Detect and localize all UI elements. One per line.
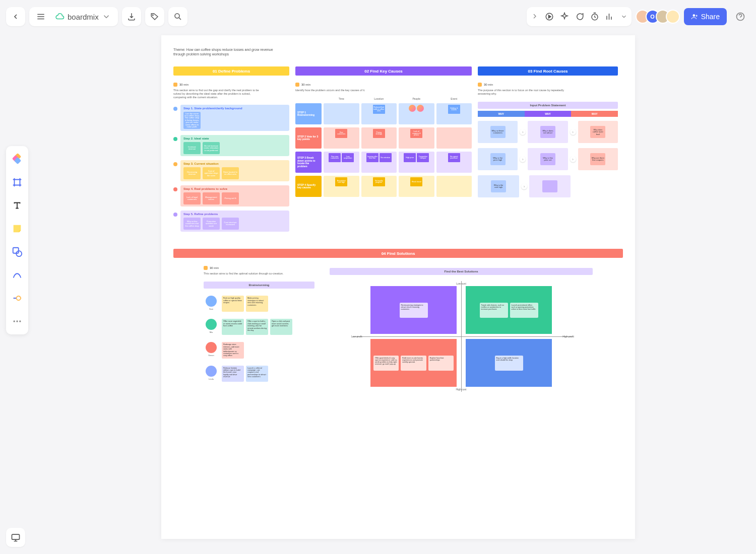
sticky-note[interactable]: Pricing strategy [373, 129, 385, 138]
sticky-note[interactable]: Do not increase costs; relocation is not… [203, 142, 220, 154]
sticky-note[interactable]: Lack of coupons & promo [410, 129, 422, 138]
s2-cell[interactable] [436, 176, 472, 197]
sticky-note[interactable]: Cost structure increased [222, 218, 239, 230]
sticky-note[interactable]: Find out high quality coffee or special … [222, 296, 244, 312]
s2-cell[interactable]: High priceCompetitor cheaper [399, 152, 434, 173]
s2-cell[interactable]: Pricing strategy [361, 127, 397, 149]
sticky-note[interactable]: No loyalty program [373, 177, 385, 186]
templates-tool[interactable] [10, 152, 24, 166]
sticky-note[interactable]: Offer good drinks & cozy spot as experie… [373, 356, 399, 371]
sparkle-icon[interactable] [560, 12, 569, 21]
why-box[interactable] [529, 175, 571, 197]
step-block[interactable]: Step 2. Ideal state Increase revenueDo n… [173, 135, 289, 156]
step-block[interactable]: Step 5. Refine problems Why so few custo… [173, 211, 289, 232]
file-title-group[interactable]: boardmix [29, 7, 118, 26]
sticky-note[interactable]: Build more on-site barista experiences a… [401, 356, 426, 371]
step-block[interactable]: Step 1. State problem/clarify background… [173, 105, 289, 131]
sticky-note[interactable]: Explore franchise partnerships [428, 356, 454, 371]
sticky-note[interactable]: Why does coffee taste bad [590, 126, 605, 138]
sticky-note[interactable]: Management issues [203, 192, 220, 204]
slides-button[interactable] [6, 528, 25, 547]
s2-cell[interactable]: No repeat purchase [436, 152, 472, 173]
sticky-note[interactable]: Offer more vegetable or sweet snacks asi… [222, 319, 244, 335]
sticky-note[interactable]: Cost of operation stays the same [203, 167, 220, 179]
chevron-right-icon[interactable] [531, 13, 539, 21]
sticky-tool[interactable] [10, 222, 24, 236]
sticky-note[interactable]: Decreasing revenue [183, 167, 201, 179]
timer-icon[interactable] [590, 12, 599, 21]
s2-cell[interactable]: Few customers [324, 127, 359, 149]
sticky-note[interactable]: Lack of loyal customers [183, 192, 201, 204]
step-block[interactable]: Step 3. Current situation Decreasing rev… [173, 160, 289, 181]
sticky-note[interactable]: Launch a referral campaign; use coupons … [246, 366, 268, 382]
s2-cell[interactable] [399, 103, 434, 124]
why-box[interactable]: Why is the price high [478, 148, 518, 170]
sticky-note[interactable] [542, 180, 557, 192]
sticky-note[interactable]: Tweak side choices, such as muffins or s… [480, 303, 508, 318]
s2-cell[interactable]: Reduced foot traffic in office area [361, 103, 397, 124]
sticky-note[interactable]: Why is the price high [490, 153, 506, 165]
why-box[interactable]: Why is this price set [528, 148, 568, 170]
canvas[interactable]: Theme: How can coffee shops reduce losse… [161, 35, 635, 539]
sticky-note[interactable]: Increase revenue [183, 142, 201, 154]
s2-cell[interactable] [436, 127, 472, 149]
sticky-note[interactable]: Store located in an office area [222, 167, 239, 179]
sticky-note[interactable]: No retention [380, 153, 392, 162]
help-button[interactable] [731, 7, 750, 26]
sticky-note[interactable]: Leaving after first visit [366, 153, 379, 162]
sticky-note[interactable]: Review pricing strategies to attract new… [400, 303, 428, 318]
s2-cell[interactable]: Acquisition cost high [324, 176, 359, 197]
download-button[interactable] [122, 7, 141, 26]
sticky-note[interactable]: Competitor cheaper [417, 153, 429, 162]
sticky-note[interactable]: No repeat purchase [448, 153, 460, 162]
quadrant[interactable]: Buy-in a high-traffic location and rebui… [466, 339, 552, 387]
s2-cell[interactable]: Few new customersLow acquisition [324, 152, 359, 173]
tag-button[interactable] [145, 7, 164, 26]
sticky-note[interactable]: Why so few customers visit the coffee sh… [183, 218, 201, 230]
sticky-note[interactable]: Pricing not fit [222, 192, 239, 204]
step-block[interactable]: Step 4. Real problems to solve Lack of l… [173, 185, 289, 206]
s2-cell[interactable] [324, 103, 359, 124]
sticky-note[interactable]: Reduced foot traffic in office area [373, 105, 385, 114]
sticky-note[interactable]: Weak brand [410, 177, 422, 186]
sticky-note[interactable]: High price [404, 153, 416, 162]
sticky-note[interactable]: Make pricing strategies to attract new a… [246, 296, 268, 312]
sticky-note[interactable]: Release limited-edition cups to build th… [222, 366, 244, 382]
share-button[interactable]: Share [684, 8, 727, 25]
sticky-note[interactable]: Open a club and post more social content… [270, 319, 292, 335]
sticky-note[interactable]: Why is this price set [540, 153, 555, 165]
line-tool[interactable] [10, 268, 24, 282]
sticky-note[interactable]: Launch promotional offers such as gaming… [510, 303, 538, 318]
comment-icon[interactable] [575, 12, 584, 21]
back-button[interactable] [6, 7, 25, 26]
avatar[interactable] [666, 10, 680, 24]
s2-cell[interactable]: Lack of coupons & promo [399, 127, 434, 149]
s2-cell[interactable]: Holiday & events [436, 103, 472, 124]
frame-tool[interactable] [10, 175, 24, 189]
chart-icon[interactable] [605, 12, 614, 21]
s2-cell[interactable]: No loyalty program [361, 176, 397, 197]
s2-cell[interactable]: Leaving after first visitNo retention [361, 152, 397, 173]
sticky-note[interactable]: Why so fewer customers [490, 126, 506, 138]
why-box[interactable]: Why is the cost high [478, 175, 519, 197]
mindmap-tool[interactable] [10, 291, 24, 305]
why-box[interactable]: Why so fewer customers [478, 121, 518, 143]
sticky-note[interactable]: Offer a spot to hold a club meeting or s… [246, 319, 268, 335]
sticky-note[interactable]: Why are there few coupons [590, 153, 605, 165]
why-box[interactable]: Why are there few coupons [578, 148, 618, 170]
shape-tool[interactable] [10, 245, 24, 259]
s2-cell[interactable]: Weak brand [399, 176, 434, 197]
quadrant[interactable]: Tweak side choices, such as muffins or s… [466, 286, 552, 334]
sticky-note[interactable]: Few customers [335, 129, 347, 138]
sticky-note[interactable]: Few new customers [329, 153, 341, 162]
sticky-note[interactable]: Low acquisition [342, 153, 354, 162]
sticky-note[interactable]: Acquisition cost high [335, 177, 347, 186]
quadrant[interactable]: Offer good drinks & cozy spot as experie… [370, 339, 457, 387]
sticky-note[interactable]: Buy-in a high-traffic location and rebui… [495, 356, 523, 371]
sticky-note[interactable]: Holiday & events [448, 105, 460, 114]
chevron-down-icon[interactable] [620, 13, 627, 20]
sticky-note[interactable]: I am the owner of a coffee shop. The cof… [183, 112, 201, 129]
sticky-note[interactable]: Promotion activities are weak [203, 218, 220, 230]
why-box[interactable]: Why it does not attract [528, 121, 568, 143]
play-icon[interactable] [545, 12, 554, 21]
